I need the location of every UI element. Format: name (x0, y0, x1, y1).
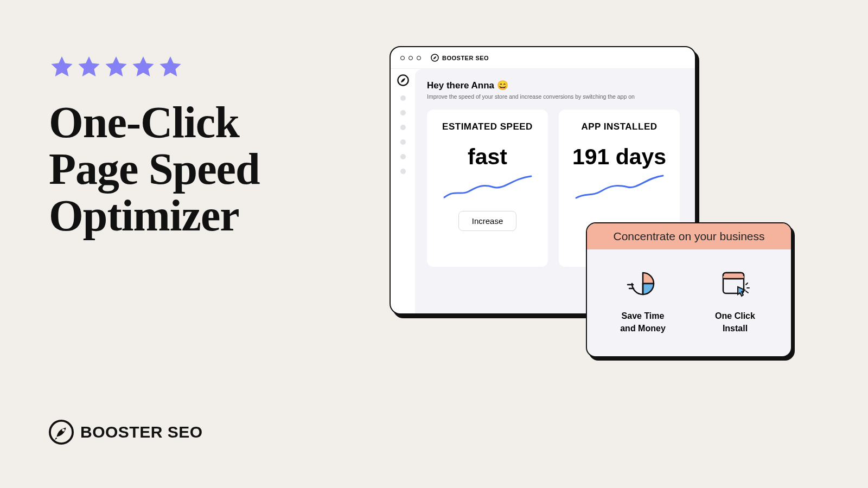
card-value: fast (468, 144, 507, 170)
star-icon (130, 54, 156, 80)
rocket-icon (431, 54, 439, 62)
nav-item[interactable] (400, 139, 406, 145)
nav-item[interactable] (400, 95, 406, 101)
nav-item[interactable] (400, 169, 406, 174)
headline-line: Page Speed (49, 144, 260, 194)
overlay-card: Concentrate on your business Save Time a… (586, 222, 792, 357)
trend-line-icon (573, 173, 666, 202)
card-value: 191 days (572, 144, 666, 170)
star-icon (157, 54, 183, 80)
titlebar-brand: BOOSTER SEO (442, 55, 489, 61)
window-dot (417, 56, 421, 60)
brand-logo: BOOSTER SEO (49, 420, 203, 445)
feature-label: One Click Install (715, 310, 755, 335)
increase-button[interactable]: Increase (458, 211, 517, 231)
headline-line: One-Click (49, 98, 239, 147)
feature-label: Save Time and Money (620, 310, 666, 335)
window-dot (409, 56, 413, 60)
card-title: ESTIMATED SPEED (442, 121, 533, 132)
window-dot (400, 56, 405, 60)
headline: One-Click Page Speed Optimizer (49, 99, 260, 239)
nav-item[interactable] (400, 110, 406, 115)
greeting-text: Hey there Anna 😄 (427, 80, 683, 91)
greeting-subtext: Improve the speed of your store and incr… (427, 93, 683, 100)
svg-point-1 (62, 429, 65, 432)
rocket-icon (49, 420, 74, 445)
star-icon (76, 54, 102, 80)
trend-line-icon (442, 173, 534, 202)
card-title: APP INSTALLED (582, 121, 658, 132)
card-estimated-speed: ESTIMATED SPEED fast Increase (427, 110, 548, 267)
nav-item[interactable] (400, 154, 406, 159)
clock-chart-icon (627, 268, 659, 301)
sidebar (391, 69, 415, 313)
feature-one-click: One Click Install (697, 268, 773, 335)
star-icon (49, 54, 75, 80)
svg-line-12 (746, 291, 748, 293)
window-titlebar: BOOSTER SEO (391, 47, 695, 69)
svg-line-10 (746, 283, 748, 285)
rating-stars (49, 54, 260, 80)
nav-item[interactable] (400, 125, 406, 130)
brand-name: BOOSTER SEO (80, 423, 203, 441)
browser-click-icon (719, 268, 751, 301)
overlay-header: Concentrate on your business (587, 223, 791, 249)
feature-save-time: Save Time and Money (605, 268, 681, 335)
titlebar-logo: BOOSTER SEO (431, 54, 489, 62)
rocket-icon (397, 74, 409, 86)
star-icon (103, 54, 129, 80)
headline-line: Optimizer (49, 191, 239, 240)
